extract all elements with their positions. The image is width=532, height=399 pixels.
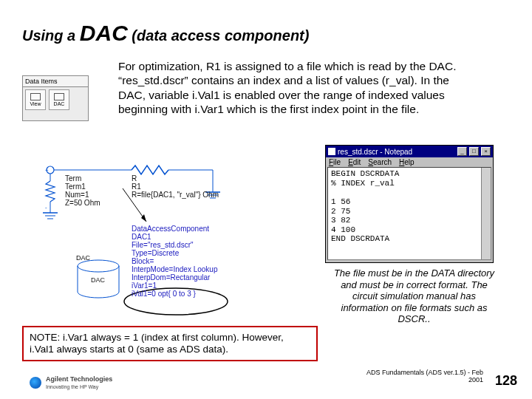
notepad-menubar: FFileile Edit Search Help xyxy=(326,157,493,167)
notepad-title: res_std.dscr - Notepad xyxy=(338,148,455,156)
footer-meta: ADS Fundamentals (ADS ver.1.5) - Feb 200… xyxy=(365,369,483,384)
note-box: NOTE: i.Var1 always = 1 (index at first … xyxy=(22,326,318,361)
side-note: The file must be in the DATA directory a… xyxy=(331,267,497,325)
scrollbar[interactable] xyxy=(481,168,491,259)
schematic-diagram: + - Term Term1 Num=1 Z=50 Ohm R R1 R=fil… xyxy=(21,148,316,325)
palette-header: Data Items xyxy=(23,76,88,87)
svg-text:+: + xyxy=(45,167,49,174)
notepad-textarea[interactable]: BEGIN DSCRDATA % INDEX r_val 1 56 2 75 3… xyxy=(327,167,491,260)
notepad-icon xyxy=(328,148,335,155)
palette-item-dac[interactable]: DAC xyxy=(49,89,69,110)
svg-text:-: - xyxy=(45,204,47,211)
notepad-window: res_std.dscr - Notepad _ □ × FFileile Ed… xyxy=(325,145,494,263)
footer-brand: Agilent TechnologiesInnovating the HP Wa… xyxy=(46,375,112,390)
palette-data-items: Data Items View DAC xyxy=(22,75,89,121)
dac-params: DataAccessComponent DAC1 File="res_std.d… xyxy=(132,225,217,298)
notepad-titlebar[interactable]: res_std.dscr - Notepad _ □ × xyxy=(326,146,493,157)
maximize-button[interactable]: □ xyxy=(469,147,479,156)
palette-item-view[interactable]: View xyxy=(25,89,46,110)
minimize-button[interactable]: _ xyxy=(457,147,467,156)
title-big: DAC xyxy=(80,21,128,45)
dac-symbol-label: DAC xyxy=(91,277,105,284)
term-label: Term Term1 Num=1 Z=50 Ohm xyxy=(65,174,100,207)
menu-help[interactable]: Help xyxy=(399,158,415,166)
intro-paragraph: For optimization, R1 is assigned to a fi… xyxy=(118,59,466,117)
page-number: 128 xyxy=(495,373,517,389)
menu-edit[interactable]: Edit xyxy=(348,158,361,166)
close-button[interactable]: × xyxy=(481,147,491,156)
agilent-logo-icon xyxy=(30,377,41,389)
dac-caption: DAC xyxy=(76,255,90,262)
title-pre: Using a xyxy=(22,27,80,44)
title-post: (data access component) xyxy=(128,27,310,44)
menu-file[interactable]: FFileile xyxy=(329,158,341,166)
menu-search[interactable]: Search xyxy=(368,158,392,166)
resistor-label: R R1 R=file{DAC1, "r_val"} Ohm xyxy=(132,174,219,199)
slide-title: Using a DAC (data access component) xyxy=(22,21,309,46)
